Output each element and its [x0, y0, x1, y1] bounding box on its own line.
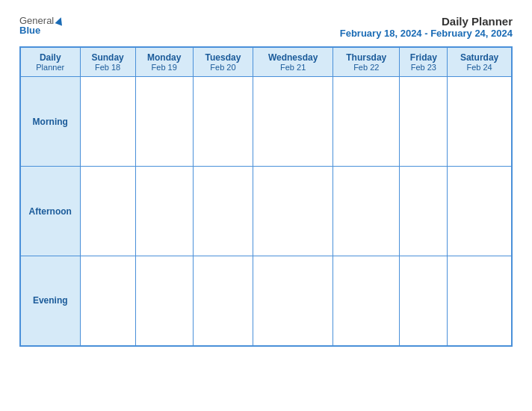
label-header-line2: Planner — [24, 63, 77, 72]
morning-sunday-cell[interactable] — [80, 77, 135, 167]
wednesday-name: Wednesday — [256, 52, 330, 63]
afternoon-friday-cell[interactable] — [400, 167, 448, 256]
wednesday-date: Feb 21 — [256, 63, 330, 72]
planner-date-range: February 18, 2024 - February 24, 2024 — [340, 28, 513, 39]
saturday-name: Saturday — [451, 52, 508, 63]
planner-table: Daily Planner Sunday Feb 18 Monday Feb 1… — [19, 46, 513, 347]
evening-monday-cell[interactable] — [135, 256, 193, 346]
thursday-name: Thursday — [336, 52, 396, 63]
evening-thursday-cell[interactable] — [333, 256, 400, 346]
morning-label: Morning — [20, 77, 80, 167]
monday-name: Monday — [139, 52, 190, 63]
afternoon-saturday-cell[interactable] — [448, 167, 512, 256]
table-row-afternoon: Afternoon — [20, 167, 512, 256]
evening-sunday-cell[interactable] — [80, 256, 135, 346]
afternoon-sunday-cell[interactable] — [80, 167, 135, 256]
saturday-date: Feb 24 — [451, 63, 508, 72]
tuesday-name: Tuesday — [197, 52, 250, 63]
header: General Blue Daily Planner February 18, … — [19, 15, 513, 39]
evening-tuesday-cell[interactable] — [193, 256, 253, 346]
afternoon-tuesday-cell[interactable] — [193, 167, 253, 256]
thursday-date: Feb 22 — [336, 63, 396, 72]
column-header-row: Daily Planner Sunday Feb 18 Monday Feb 1… — [20, 47, 512, 77]
evening-saturday-cell[interactable] — [448, 256, 512, 346]
monday-date: Feb 19 — [139, 63, 190, 72]
col-header-tuesday: Tuesday Feb 20 — [193, 47, 253, 77]
planner-title: Daily Planner — [340, 15, 513, 28]
page: General Blue Daily Planner February 18, … — [8, 7, 524, 404]
afternoon-label: Afternoon — [20, 167, 80, 256]
col-header-monday: Monday Feb 19 — [135, 47, 193, 77]
afternoon-wednesday-cell[interactable] — [253, 167, 333, 256]
col-header-thursday: Thursday Feb 22 — [333, 47, 400, 77]
table-row-evening: Evening — [20, 256, 512, 346]
evening-wednesday-cell[interactable] — [253, 256, 333, 346]
morning-saturday-cell[interactable] — [448, 77, 512, 167]
morning-friday-cell[interactable] — [400, 77, 448, 167]
morning-tuesday-cell[interactable] — [193, 77, 253, 167]
afternoon-monday-cell[interactable] — [135, 167, 193, 256]
table-label-header: Daily Planner — [20, 47, 80, 77]
title-area: Daily Planner February 18, 2024 - Februa… — [340, 15, 513, 39]
label-header-line1: Daily — [24, 52, 77, 63]
col-header-saturday: Saturday Feb 24 — [448, 47, 512, 77]
morning-monday-cell[interactable] — [135, 77, 193, 167]
afternoon-thursday-cell[interactable] — [333, 167, 400, 256]
col-header-friday: Friday Feb 23 — [400, 47, 448, 77]
sunday-name: Sunday — [84, 52, 132, 63]
sunday-date: Feb 18 — [84, 63, 132, 72]
col-header-sunday: Sunday Feb 18 — [80, 47, 135, 77]
logo-triangle-icon — [55, 16, 65, 25]
table-row-morning: Morning — [20, 77, 512, 167]
friday-name: Friday — [403, 52, 444, 63]
evening-label: Evening — [20, 256, 80, 346]
friday-date: Feb 23 — [403, 63, 444, 72]
morning-thursday-cell[interactable] — [333, 77, 400, 167]
logo-blue-text: Blue — [19, 25, 40, 36]
morning-wednesday-cell[interactable] — [253, 77, 333, 167]
col-header-wednesday: Wednesday Feb 21 — [253, 47, 333, 77]
evening-friday-cell[interactable] — [400, 256, 448, 346]
logo-area: General Blue — [19, 15, 64, 36]
tuesday-date: Feb 20 — [197, 63, 250, 72]
